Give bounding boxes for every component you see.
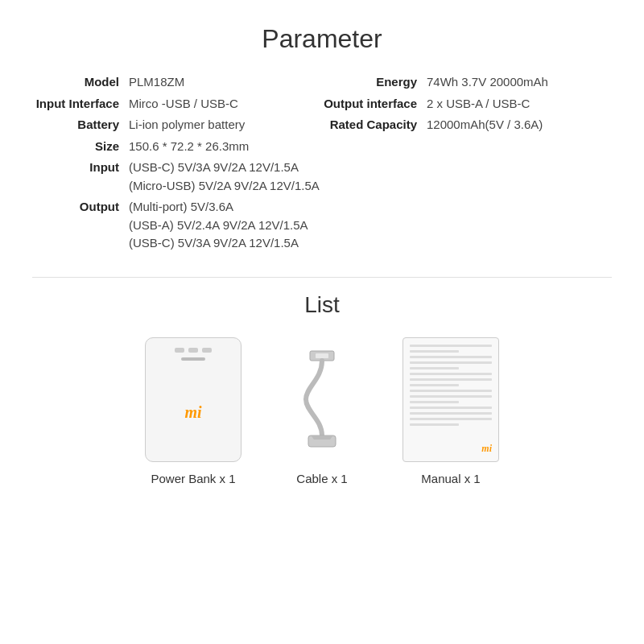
model-left: Model PLM18ZM	[32, 73, 322, 92]
section-divider	[32, 277, 612, 278]
manual-line-4	[410, 361, 492, 364]
manual-image: mi	[402, 337, 499, 462]
energy-label: Energy	[322, 73, 427, 92]
input-line2: (Micro-USB) 5V/2A 9V/2A 12V/1.5A	[129, 177, 320, 196]
output-line1: (Multi-port) 5V/3.6A	[129, 198, 308, 217]
list-title: List	[32, 292, 612, 318]
powerbank-ports	[175, 348, 212, 353]
port-dot-2	[188, 348, 198, 353]
port-dot-3	[202, 348, 212, 353]
battery-value: Li-ion polymer battery	[129, 116, 245, 134]
manual-line-9	[410, 390, 492, 392]
list-item-cable: Cable x 1	[274, 337, 370, 485]
output-values: (Multi-port) 5V/3.6A (USB-A) 5V/2.4A 9V/…	[129, 198, 308, 253]
page-title: Parameter	[32, 24, 612, 54]
rated-capacity-value: 12000mAh(5V / 3.6A)	[427, 116, 543, 134]
output-interface-label: Output interface	[322, 95, 427, 114]
output-line3: (USB-C) 5V/3A 9V/2A 12V/1.5A	[129, 234, 308, 253]
list-item-manual: mi Manual x 1	[402, 337, 499, 485]
cable-svg	[282, 347, 362, 452]
manual-lines	[410, 345, 492, 429]
manual-line-12	[410, 407, 492, 409]
manual-mi-logo: mi	[481, 443, 492, 455]
powerbank-body: mi	[146, 364, 241, 461]
params-table: Model PLM18ZM Energy 74Wh 3.7V 20000mAh …	[32, 73, 612, 253]
input-interface-value: Mirco -USB / USB-C	[129, 95, 238, 114]
params-row-size: Size 150.6 * 72.2 * 26.3mm	[32, 138, 612, 156]
battery-left: Battery Li-ion polymer battery	[32, 116, 322, 134]
params-row-battery: Battery Li-ion polymer battery Rated Cap…	[32, 116, 612, 134]
manual-line-13	[410, 412, 492, 415]
output-interface-value: 2 x USB-A / USB-C	[427, 95, 530, 114]
size-value: 150.6 * 72.2 * 26.3mm	[129, 138, 249, 156]
port-dot-1	[175, 348, 184, 353]
manual-line-10	[410, 395, 492, 398]
size-label: Size	[32, 138, 129, 156]
manual-line-5	[410, 367, 459, 369]
output-interface-right: Output interface 2 x USB-A / USB-C	[322, 95, 612, 114]
output-left: Output (Multi-port) 5V/3.6A (USB-A) 5V/2…	[32, 198, 322, 253]
rated-capacity-label: Rated Capacity	[322, 116, 427, 134]
page: Parameter Model PLM18ZM Energy 74Wh 3.7V…	[0, 0, 644, 644]
params-row-interface: Input Interface Mirco -USB / USB-C Outpu…	[32, 95, 612, 114]
powerbank-label: Power Bank x 1	[151, 472, 235, 485]
mi-logo: mi	[184, 403, 201, 422]
svg-marker-3	[312, 436, 332, 440]
manual-line-3	[410, 356, 492, 358]
output-line2: (USB-A) 5V/2.4A 9V/2A 12V/1.5A	[129, 217, 308, 235]
manual-line-7	[410, 378, 492, 381]
params-row-output: Output (Multi-port) 5V/3.6A (USB-A) 5V/2…	[32, 198, 612, 253]
input-label: Input	[32, 159, 129, 177]
battery-label: Battery	[32, 116, 129, 134]
size-left: Size 150.6 * 72.2 * 26.3mm	[32, 138, 322, 156]
output-label: Output	[32, 198, 129, 217]
powerbank-led	[181, 357, 205, 361]
model-label: Model	[32, 73, 129, 92]
input-line1: (USB-C) 5V/3A 9V/2A 12V/1.5A	[129, 159, 320, 177]
cable-label: Cable x 1	[296, 472, 347, 485]
manual-line-11	[410, 401, 459, 403]
manual-line-6	[410, 373, 492, 375]
input-values: (USB-C) 5V/3A 9V/2A 12V/1.5A (Micro-USB)…	[129, 159, 320, 195]
model-value: PLM18ZM	[129, 73, 184, 92]
input-interface-label: Input Interface	[32, 95, 129, 114]
svg-rect-1	[316, 353, 328, 358]
input-interface-left: Input Interface Mirco -USB / USB-C	[32, 95, 322, 114]
input-left: Input (USB-C) 5V/3A 9V/2A 12V/1.5A (Micr…	[32, 159, 322, 195]
cable-image	[274, 337, 370, 462]
manual-line-8	[410, 384, 459, 386]
rated-capacity-right: Rated Capacity 12000mAh(5V / 3.6A)	[322, 116, 612, 134]
powerbank-image: mi	[145, 337, 242, 462]
list-items-container: mi Power Bank x 1 Cable x 1	[32, 337, 612, 485]
energy-value: 74Wh 3.7V 20000mAh	[427, 73, 548, 92]
manual-line-1	[410, 345, 492, 347]
manual-label: Manual x 1	[421, 472, 480, 485]
manual-line-14	[410, 418, 492, 420]
params-row-model: Model PLM18ZM Energy 74Wh 3.7V 20000mAh	[32, 73, 612, 92]
energy-right: Energy 74Wh 3.7V 20000mAh	[322, 73, 612, 92]
manual-line-2	[410, 350, 459, 353]
list-item-powerbank: mi Power Bank x 1	[145, 337, 242, 485]
manual-line-15	[410, 423, 459, 426]
params-row-input: Input (USB-C) 5V/3A 9V/2A 12V/1.5A (Micr…	[32, 159, 612, 195]
